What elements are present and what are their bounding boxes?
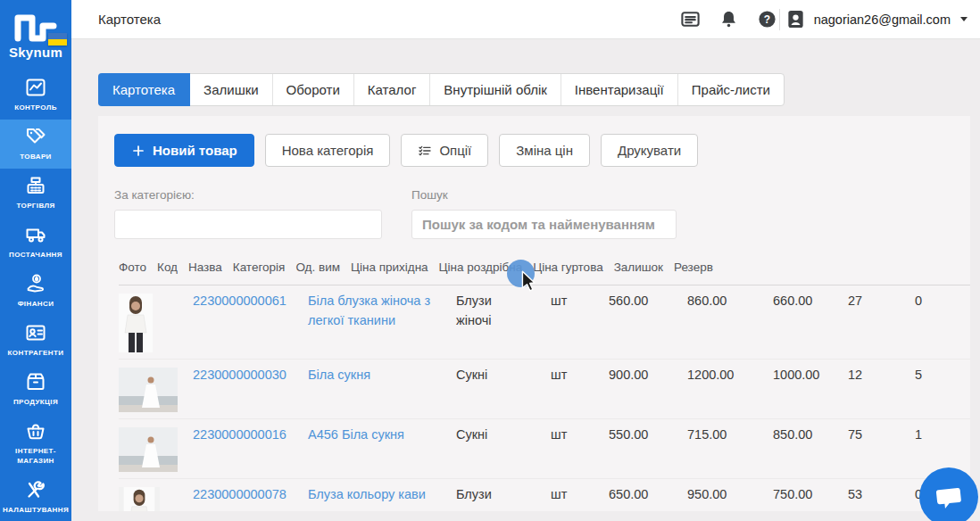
chat-launcher-button[interactable] <box>919 467 978 521</box>
chart-icon <box>25 77 46 98</box>
sidebar-item[interactable]: НАЛАШТУВАННЯ <box>0 472 71 521</box>
box-icon <box>25 371 46 393</box>
column-header[interactable]: Резерв <box>674 260 724 274</box>
tab[interactable]: Каталог <box>354 74 431 105</box>
products-table: Фото Код Назва Категорія Од. вим Ціна пр… <box>114 253 970 511</box>
user-badge-icon <box>785 9 806 29</box>
reserve-quantity: 1 <box>915 426 970 445</box>
topbar-divider <box>779 9 780 30</box>
product-photo[interactable] <box>119 427 178 472</box>
product-name-link[interactable]: А456 Біла сукня <box>308 427 404 442</box>
sidebar-item-label: КОНТРОЛЬ <box>2 103 70 112</box>
sidebar-item[interactable]: ТОРГІВЛЯ <box>0 169 71 218</box>
product-code-link[interactable]: 2230000000061 <box>193 294 287 308</box>
news-icon[interactable] <box>680 9 701 29</box>
topbar: Картотека nagorian26@gmail.com <box>71 0 980 39</box>
chat-bubble-icon <box>932 480 965 513</box>
tab[interactable]: Прайс-листи <box>678 74 784 105</box>
column-header[interactable]: Ціна гуртова <box>533 260 614 274</box>
product-unit: шт <box>551 292 609 311</box>
table-header: Фото Код Назва Категорія Од. вим Ціна пр… <box>119 253 970 285</box>
column-header[interactable]: Назва <box>188 260 233 274</box>
product-photo[interactable] <box>119 487 160 511</box>
main-content: Картотека Залишки Обороти Каталог Внутрі… <box>71 39 980 521</box>
category-filter-input[interactable] <box>114 210 382 239</box>
product-photo[interactable] <box>119 294 153 352</box>
price-incoming: 900.00 <box>609 366 687 385</box>
column-header[interactable]: Код <box>157 260 188 274</box>
tab[interactable]: Картотека <box>98 73 190 106</box>
sidebar-item[interactable]: ІНТЕРНЕТ-МАГАЗИН <box>0 414 71 472</box>
plus-icon <box>131 144 145 158</box>
tab[interactable]: Інвентаризації <box>561 74 678 105</box>
user-menu[interactable]: nagorian26@gmail.com <box>785 9 968 29</box>
price-wholesale: 660.00 <box>773 292 848 311</box>
sidebar-item[interactable]: ПОСТАЧАННЯ <box>0 218 71 267</box>
ukraine-flag-icon <box>48 33 67 45</box>
toolbar: Новий товар Нова категорія Опції Зміна ц… <box>114 134 970 167</box>
table-row: 2230000000078 Блуза кольору кави Блузи ш… <box>119 479 970 511</box>
product-code-link[interactable]: 2230000000078 <box>193 487 287 501</box>
sidebar-item[interactable]: ФІНАНСИ <box>0 267 71 316</box>
price-wholesale: 850.00 <box>773 426 848 445</box>
table-row: 2230000000061 Біла блузка жіноча з легко… <box>119 285 970 360</box>
product-category: Сукні <box>456 426 551 445</box>
product-name-link[interactable]: Біла блузка жіноча з легкої тканини <box>308 294 430 327</box>
search-filter-label: Пошук <box>411 188 677 202</box>
product-name-link[interactable]: Блуза кольору кави <box>308 487 426 501</box>
sidebar-item-label: ТОРГІВЛЯ <box>2 201 70 211</box>
brand-name: Skynum <box>0 45 71 60</box>
product-code-link[interactable]: 2230000000030 <box>193 368 287 382</box>
column-header[interactable]: Ціна прихідна <box>351 260 439 274</box>
sidebar-item[interactable]: КОНТРАГЕНТИ <box>0 316 71 365</box>
toolbar-button-label: Опції <box>439 143 471 158</box>
product-unit: шт <box>551 366 609 385</box>
column-header[interactable]: Фото <box>119 260 157 274</box>
chevron-down-icon <box>960 17 968 21</box>
topbar-icons <box>680 9 777 29</box>
tab[interactable]: Обороти <box>273 74 354 105</box>
search-input[interactable] <box>411 210 677 239</box>
toolbar-button[interactable]: Нова категорія <box>265 134 391 167</box>
column-header[interactable]: Категорія <box>233 260 296 274</box>
sidebar-item-label: НАЛАШТУВАННЯ <box>2 505 70 515</box>
bell-icon[interactable] <box>718 9 739 29</box>
product-category: Блузи жіночі <box>456 292 551 331</box>
column-header[interactable]: Залишок <box>614 260 674 274</box>
stock-quantity: 53 <box>848 485 915 505</box>
stock-quantity: 27 <box>848 292 915 311</box>
toolbar-button-label: Зміна цін <box>516 143 573 158</box>
contacts-icon <box>25 322 46 343</box>
toolbar-button[interactable]: Опції <box>401 134 488 167</box>
tab[interactable]: Залишки <box>190 74 273 105</box>
sidebar-item[interactable]: КОНТРОЛЬ <box>0 70 71 120</box>
reserve-quantity: 0 <box>915 292 970 311</box>
product-unit: шт <box>551 485 609 505</box>
toolbar-button-label: Нова категорія <box>282 143 374 158</box>
sidebar-item-label: ПРОДУКЦІЯ <box>2 397 70 407</box>
sidebar-item[interactable]: ПРОДУКЦІЯ <box>0 365 71 414</box>
toolbar-button[interactable]: Зміна цін <box>499 134 590 167</box>
tools-icon <box>25 479 46 500</box>
sidebar-item[interactable]: ТОВАРИ <box>0 120 71 169</box>
product-name-link[interactable]: Біла сукня <box>308 368 370 382</box>
column-header[interactable]: Од. вим <box>295 260 351 274</box>
search-filter: Пошук <box>411 188 677 239</box>
finance-icon <box>25 273 46 294</box>
product-photo[interactable] <box>119 368 178 412</box>
product-code-link[interactable]: 2230000000016 <box>193 427 287 442</box>
app-logo[interactable]: Skynum <box>0 0 71 60</box>
stock-quantity: 12 <box>848 366 915 385</box>
tab[interactable]: Внутрішній облік <box>430 74 561 105</box>
toolbar-button[interactable]: Новий товар <box>114 134 254 167</box>
sidebar-item-label: ТОВАРИ <box>2 152 70 161</box>
photo-beach-icon <box>119 427 178 472</box>
toolbar-button[interactable]: Друкувати <box>601 134 698 167</box>
filters: За категорією: Пошук <box>114 188 970 239</box>
product-unit: шт <box>551 426 609 445</box>
help-icon[interactable] <box>757 9 777 29</box>
price-retail: 860.00 <box>687 292 773 311</box>
toolbar-button-label: Друкувати <box>618 143 681 158</box>
column-header[interactable]: Ціна роздрібна <box>439 260 534 274</box>
tab-bar: Картотека Залишки Обороти Каталог Внутрі… <box>98 73 785 106</box>
